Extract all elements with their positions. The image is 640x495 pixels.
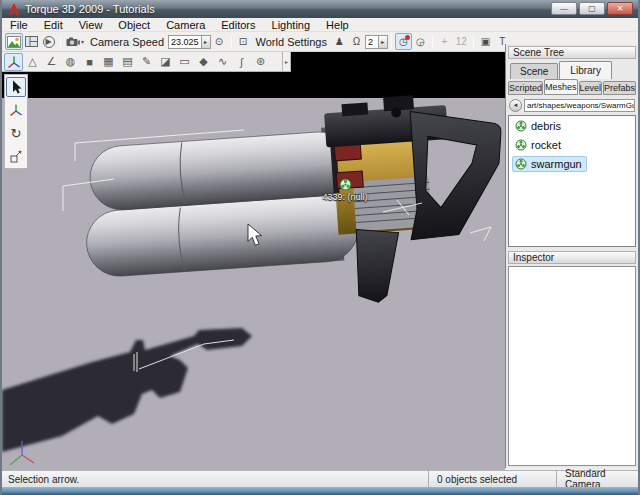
move-selection-button[interactable] — [6, 100, 26, 120]
region-select-button[interactable]: ▣ — [477, 33, 494, 50]
active-dot-icon — [405, 35, 410, 40]
close-button[interactable]: ✕ — [607, 2, 633, 15]
snap-size-value: 2 — [366, 37, 378, 47]
status-camera-mode: Standard Camera — [556, 471, 638, 487]
play-icon: ▶ — [43, 36, 55, 48]
list-item-swarmgun[interactable]: swarmgun — [509, 154, 635, 173]
list-item-label: swarmgun — [531, 158, 582, 170]
play-button[interactable]: ▶ — [40, 33, 57, 50]
tab-scene[interactable]: Scene — [510, 63, 558, 79]
drop-player-button[interactable]: ♟ — [331, 33, 348, 50]
minimize-button[interactable]: — — [551, 2, 577, 15]
camera-speed-label: Camera Speed — [90, 36, 164, 48]
sphere-tool-button[interactable]: ◍ — [61, 53, 80, 71]
scene-render — [2, 52, 505, 470]
menu-item-view[interactable]: View — [71, 18, 111, 32]
eye-icon: ⊙ — [215, 36, 223, 47]
fit-view-button[interactable]: ⊡ — [235, 33, 252, 50]
wheel-tool-button[interactable]: ⊛ — [251, 53, 270, 71]
river-tool-button[interactable]: ∿ — [213, 53, 232, 71]
list-item-debris[interactable]: debris — [509, 116, 635, 135]
window-controls: — ▢ ✕ — [551, 2, 633, 15]
window-title: Torque 3D 2009 - Tutorials — [25, 3, 155, 15]
visibility-button[interactable]: ⊙ — [211, 33, 228, 50]
terrain-editor-icon: △ — [28, 55, 36, 68]
select-arrow-icon — [10, 80, 23, 95]
rotate-selection-button[interactable]: ↻ — [6, 123, 26, 143]
menu-item-camera[interactable]: Camera — [158, 18, 213, 32]
inspector-body — [508, 266, 636, 466]
title-bar[interactable]: Torque 3D 2009 - Tutorials — ▢ ✕ — [2, 0, 638, 18]
add-object-button[interactable]: + — [436, 33, 453, 50]
terrain-smooth-button[interactable]: ∠ — [42, 53, 61, 71]
river-tool-icon: ∿ — [218, 55, 227, 68]
terrain-editor-button[interactable]: △ — [23, 53, 42, 71]
menu-item-object[interactable]: Object — [110, 18, 158, 32]
camera-icon — [66, 37, 80, 47]
terrain-painter-button[interactable]: ▦ — [99, 53, 118, 71]
sphere-tool-icon: ◍ — [66, 55, 76, 68]
back-button[interactable]: ◂ — [509, 99, 522, 112]
subtab-scripted[interactable]: Scripted — [508, 81, 543, 95]
snap-toggle-button[interactable]: Ω — [348, 33, 365, 50]
bounds-button[interactable]: 12 — [453, 33, 470, 50]
mesh-icon — [515, 158, 527, 170]
bounds-icon: 12 — [456, 36, 467, 47]
scene-editor-button[interactable] — [5, 33, 23, 50]
application-window: Torque 3D 2009 - Tutorials — ▢ ✕ File Ed… — [0, 0, 640, 495]
list-item-rocket[interactable]: rocket — [509, 135, 635, 154]
layout-icon — [25, 36, 38, 47]
path-field[interactable]: art/shapes/weapons/SwarmGun — [524, 99, 635, 112]
scale-icon — [9, 149, 23, 163]
time-scale-button[interactable]: ◶ — [412, 33, 429, 50]
select-arrow-button[interactable] — [6, 77, 26, 97]
list-item-label: debris — [531, 120, 561, 132]
time-of-day-button[interactable]: ◷ — [395, 33, 412, 50]
scale-selection-button[interactable] — [6, 146, 26, 166]
window-bottom-border — [2, 487, 638, 495]
object-editor-button[interactable] — [4, 53, 23, 71]
region-icon: ▣ — [481, 36, 490, 47]
pen-tool-button[interactable]: ✎ — [137, 53, 156, 71]
forest-brush-button[interactable]: ▤ — [118, 53, 137, 71]
shape-tool-button[interactable]: ▭ — [175, 53, 194, 71]
subtab-prefabs[interactable]: Prefabs — [603, 81, 636, 95]
mesh-list: debris rocket swarmgun — [508, 115, 636, 247]
layout-button[interactable] — [23, 33, 40, 50]
spinner-icon[interactable]: ▸ — [201, 36, 210, 48]
person-icon: ♟ — [335, 36, 344, 47]
subtab-level[interactable]: Level — [579, 81, 603, 95]
tab-library[interactable]: Library — [559, 61, 612, 79]
status-hint: Selection arrow. — [2, 474, 428, 485]
terrain-smooth-icon: ∠ — [47, 55, 57, 68]
forest-brush-icon: ▤ — [122, 55, 132, 68]
menu-item-lighting[interactable]: Lighting — [264, 18, 319, 32]
separator — [60, 35, 61, 49]
menu-bar: File Edit View Object Camera Editors Lig… — [2, 18, 638, 32]
chevron-down-icon: ▾ — [81, 38, 84, 45]
terrain-painter-icon: ▦ — [103, 55, 113, 68]
menu-item-editors[interactable]: Editors — [213, 18, 263, 32]
magnet-icon: Ω — [353, 36, 360, 47]
cube-tool-button[interactable]: ■ — [80, 53, 99, 71]
menu-item-file[interactable]: File — [2, 18, 36, 32]
shape-tool-icon: ▭ — [179, 55, 189, 68]
list-item-label: rocket — [531, 139, 561, 151]
camera-speed-field[interactable]: 23.025 ▸ — [168, 35, 211, 49]
menu-item-edit[interactable]: Edit — [36, 18, 71, 32]
material-tool-button[interactable]: ◆ — [194, 53, 213, 71]
snap-size-field[interactable]: 2 ▸ — [365, 35, 388, 49]
subtab-meshes[interactable]: Meshes — [544, 79, 578, 95]
toolbar-overflow-button[interactable]: ▸ — [283, 52, 291, 72]
maximize-button[interactable]: ▢ — [579, 2, 605, 15]
camera-menu-button[interactable]: ▾ — [64, 33, 86, 50]
decal-tool-button[interactable]: ◪ — [156, 53, 175, 71]
pen-tool-icon: ✎ — [142, 55, 151, 68]
menu-item-help[interactable]: Help — [318, 18, 357, 32]
road-tool-button[interactable]: ∫ — [232, 53, 251, 71]
maximize-icon: ▢ — [588, 5, 596, 13]
scene-tree-header: Scene Tree — [508, 46, 636, 59]
viewport-3d[interactable]: 4339: (null) △ ∠ ◍ ■ ▦ ▤ ✎ ◪ ▭ ◆ ∿ ∫ ⊛ — [2, 52, 505, 470]
gauge-icon: ◶ — [416, 36, 425, 47]
spinner-icon[interactable]: ▸ — [378, 36, 387, 48]
